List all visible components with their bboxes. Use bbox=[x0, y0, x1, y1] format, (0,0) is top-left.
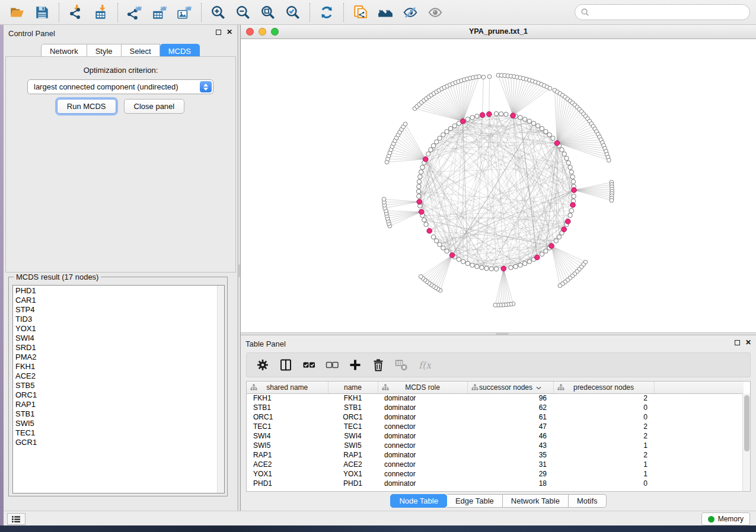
node-table: shared namenameMCDS rolesuccessor nodesp… bbox=[246, 381, 751, 492]
tab-edge-table[interactable]: Edge Table bbox=[447, 494, 503, 508]
splitter-grip[interactable] bbox=[238, 264, 240, 277]
cell: ORC1 bbox=[247, 412, 328, 422]
optimization-criterion-select[interactable]: largest connected component (undirected) bbox=[27, 79, 213, 94]
mcds-result-item[interactable]: CAR1 bbox=[13, 296, 217, 305]
mcds-result-item[interactable]: SRD1 bbox=[13, 343, 217, 352]
cell: 29 bbox=[467, 469, 553, 479]
float-panel-icon[interactable] bbox=[216, 30, 221, 35]
zoom-in-button[interactable] bbox=[208, 3, 229, 22]
cell: dominator bbox=[378, 479, 467, 488]
cell: RAP1 bbox=[328, 450, 378, 460]
mcds-result-item[interactable]: STP4 bbox=[13, 305, 217, 315]
cell: FKH1 bbox=[247, 393, 328, 403]
zoom-fit-button[interactable] bbox=[257, 3, 279, 22]
import-network-button[interactable] bbox=[65, 3, 87, 22]
tab-motifs[interactable]: Motifs bbox=[569, 494, 607, 508]
import-table-button[interactable] bbox=[90, 3, 111, 22]
add-column-icon bbox=[349, 358, 362, 371]
mcds-result-item[interactable]: STB5 bbox=[13, 381, 217, 390]
network-graph-canvas[interactable] bbox=[241, 39, 756, 332]
table-row[interactable]: TEC1TEC1connector472 bbox=[247, 422, 744, 431]
mcds-result-item[interactable]: PMA2 bbox=[13, 352, 217, 362]
float-panel-icon[interactable] bbox=[735, 340, 740, 345]
mcds-result-item[interactable]: ORC1 bbox=[13, 390, 217, 400]
network-window-titlebar[interactable]: YPA_prune.txt_1 bbox=[241, 25, 756, 39]
table-row[interactable]: SWI5SWI5connector431 bbox=[247, 441, 744, 450]
table-toolbar: f(x) bbox=[246, 352, 751, 377]
table-row[interactable]: SWI4SWI4dominator462 bbox=[247, 431, 744, 441]
table-row[interactable]: FKH1FKH1dominator962 bbox=[247, 393, 744, 403]
deselect-all-button[interactable] bbox=[324, 357, 340, 373]
table-scrollbar-thumb[interactable] bbox=[744, 395, 749, 451]
import-table-icon bbox=[93, 5, 109, 20]
add-column-button[interactable] bbox=[347, 357, 363, 373]
cell: 47 bbox=[467, 422, 553, 431]
new-network-from-selection-button[interactable] bbox=[350, 3, 371, 22]
cell-filler bbox=[654, 412, 744, 422]
tab-node-table[interactable]: Node Table bbox=[390, 494, 447, 508]
cell: 43 bbox=[467, 441, 553, 450]
table-row[interactable]: YOX1YOX1connector291 bbox=[247, 469, 744, 479]
table-row[interactable]: ACE2ACE2connector311 bbox=[247, 460, 744, 469]
close-panel-icon[interactable]: ✕ bbox=[227, 29, 232, 35]
gear-button[interactable] bbox=[255, 357, 270, 373]
mcds-result-item[interactable]: TEC1 bbox=[13, 428, 217, 438]
select-all-button[interactable] bbox=[301, 357, 317, 373]
mcds-result-item[interactable]: GCR1 bbox=[13, 438, 217, 447]
splitter-grip[interactable] bbox=[496, 333, 509, 335]
select-stepper-icon bbox=[200, 81, 212, 92]
tab-network-table[interactable]: Network Table bbox=[503, 494, 569, 508]
table-scrollbar[interactable] bbox=[742, 393, 750, 491]
mcds-result-item[interactable]: SWI5 bbox=[13, 419, 217, 428]
search-icon bbox=[580, 8, 589, 17]
memory-button[interactable]: Memory bbox=[701, 512, 750, 525]
mcds-result-item[interactable]: TID3 bbox=[13, 315, 217, 324]
mcds-result-item[interactable]: ACE2 bbox=[13, 371, 217, 381]
function-button[interactable]: f(x) bbox=[417, 357, 432, 373]
hide-selected-button[interactable] bbox=[400, 3, 421, 22]
delete-button[interactable] bbox=[371, 357, 386, 373]
table-row[interactable]: RAP1RAP1dominator352 bbox=[247, 450, 744, 460]
table-row[interactable]: STB1STB1dominator620 bbox=[247, 403, 744, 412]
cell: 31 bbox=[467, 460, 553, 469]
save-session-button[interactable] bbox=[31, 3, 53, 22]
mcds-result-item[interactable]: STB1 bbox=[13, 409, 217, 419]
cell: 2 bbox=[553, 450, 654, 460]
column-header-MCDS-role[interactable]: MCDS role bbox=[378, 382, 467, 393]
mcds-result-item[interactable]: YOX1 bbox=[13, 324, 217, 334]
search-input[interactable] bbox=[589, 6, 749, 19]
cell: FKH1 bbox=[328, 393, 378, 403]
column-header-successor-nodes[interactable]: successor nodes bbox=[467, 382, 553, 393]
zoom-selected-button[interactable] bbox=[282, 3, 304, 22]
open-file-button[interactable] bbox=[7, 3, 28, 22]
mcds-result-item[interactable]: RAP1 bbox=[13, 400, 217, 409]
mcds-list-scrollbar[interactable] bbox=[217, 286, 224, 493]
delete-table-icon bbox=[395, 358, 408, 371]
mcds-result-list[interactable]: PHD1CAR1STP4TID3YOX1SWI4SRD1PMA2FKH1ACE2… bbox=[12, 285, 225, 493]
run-mcds-button[interactable]: Run MCDS bbox=[57, 99, 116, 114]
column-header-predecessor-nodes[interactable]: predecessor nodes bbox=[553, 382, 654, 393]
table-row[interactable]: ORC1ORC1dominator610 bbox=[247, 412, 744, 422]
column-header-shared-name[interactable]: shared name bbox=[247, 382, 328, 393]
cell: TEC1 bbox=[328, 422, 378, 431]
refresh-button[interactable] bbox=[316, 3, 337, 22]
column-layout-button[interactable] bbox=[278, 357, 294, 373]
export-image-button[interactable] bbox=[174, 3, 195, 22]
mcds-result-item[interactable]: FKH1 bbox=[13, 362, 217, 371]
close-panel-button[interactable]: Close panel bbox=[124, 99, 185, 114]
close-panel-icon[interactable]: ✕ bbox=[745, 339, 751, 345]
search-field[interactable] bbox=[575, 4, 750, 20]
export-network-button[interactable] bbox=[124, 3, 145, 22]
delete-table-button[interactable] bbox=[394, 357, 409, 373]
mcds-result-groupbox: MCDS result (17 nodes) PHD1CAR1STP4TID3Y… bbox=[8, 277, 228, 496]
mcds-result-item[interactable]: SWI4 bbox=[13, 334, 217, 343]
mcds-result-item[interactable]: PHD1 bbox=[13, 286, 217, 296]
zoom-out-button[interactable] bbox=[232, 3, 254, 22]
table-row[interactable]: PHD1PHD1dominator180 bbox=[247, 479, 744, 488]
first-neighbors-button[interactable] bbox=[375, 3, 396, 22]
export-table-button[interactable] bbox=[149, 3, 170, 22]
cell: dominator bbox=[378, 393, 467, 403]
show-all-button[interactable] bbox=[425, 3, 446, 22]
task-history-button[interactable] bbox=[7, 513, 25, 525]
column-header-name[interactable]: name bbox=[328, 382, 378, 393]
